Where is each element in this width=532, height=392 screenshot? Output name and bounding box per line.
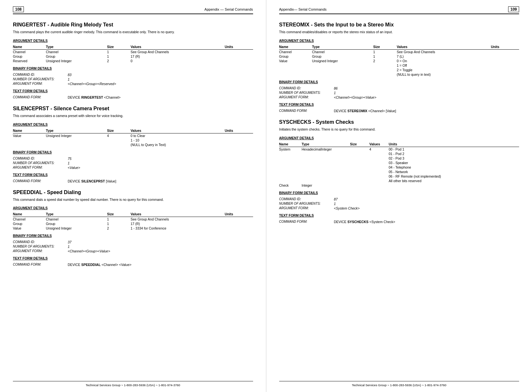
col-units: Units [225, 44, 253, 50]
ringertest-text-label: TEXT FORM DETAILS [13, 89, 253, 93]
section-speeddial: SPEEDDIAL - Speed Dialing This command d… [13, 190, 253, 267]
col-name: Name [279, 142, 302, 147]
ringertest-text-form: COMMAND FORM: DEVICE RINGERTEST <Channel… [13, 95, 253, 99]
syschecks-arg-table: Name Type Size Values Units SystemHexade… [279, 142, 519, 188]
binary-row: ARGUMENT FORM: <Channel><Group><Value> [13, 249, 253, 253]
col-type: Type [46, 44, 107, 50]
table-row: All other bits reserved [279, 179, 519, 183]
silenceprst-title: SILENCEPRST - Silence Camera Preset [13, 106, 253, 112]
binary-row: NUMBER OF ARGUMENTS: 1 [279, 202, 519, 206]
col-units: Units [225, 128, 253, 133]
binary-row: ARGUMENT FORM: <System Check> [279, 206, 519, 210]
ringertest-desc: This command plays the current audible r… [13, 30, 253, 35]
table-row: 1 - 10 [13, 138, 253, 142]
page-container: 108 Appendix — Serial Commands RINGERTES… [0, 0, 532, 392]
table-row: 02 - Pod 3 [279, 156, 519, 161]
col-size: Size [373, 44, 397, 50]
ringertest-arg-label: ARGUMENT DETAILS [13, 39, 253, 43]
syschecks-binary: COMMAND ID: 87 NUMBER OF ARGUMENTS: 1 AR… [279, 197, 519, 210]
table-row: GroupGroup117 (R) [13, 221, 253, 226]
right-footer: Technical Services Group ~ 1-800-283-593… [279, 381, 519, 387]
table-row: 2 = Toggle [279, 68, 519, 72]
speeddial-text-form: COMMAND FORM: DEVICE SPEEDDIAL <Channel>… [13, 263, 253, 267]
ringertest-binary-label: BINARY FORM DETAILS [13, 66, 253, 70]
table-row: 04 - Telephone [279, 165, 519, 170]
binary-row: ARGUMENT FORM: <Channel><Group><Reserved… [13, 82, 253, 86]
table-row: 1 = Off [279, 63, 519, 68]
table-row: (NULL to Query in Text) [13, 142, 253, 147]
col-type: Type [46, 212, 107, 217]
syschecks-title: SYSCHECKS - System Checks [279, 119, 519, 125]
col-name: Name [13, 212, 46, 217]
binary-row: ARGUMENT FORM: <Value> [13, 166, 253, 170]
command-row: COMMAND FORM: DEVICE SPEEDDIAL <Channel>… [13, 263, 253, 267]
silenceprst-desc: This command associates a camera preset … [13, 113, 253, 119]
table-row: ValueUnsigned Integer20 = On [279, 59, 519, 63]
binary-row: NUMBER OF ARGUMENTS: 1 [13, 77, 253, 81]
page-right: Appendix— Serial Commands 109 STEREOMIX … [266, 0, 532, 392]
left-page-header: 108 Appendix — Serial Commands [13, 6, 253, 14]
silenceprst-text-label: TEXT FORM DETAILS [13, 173, 253, 177]
table-row: ValueUnsigned Integer40 to Clear [13, 133, 253, 138]
col-size: Size [107, 212, 131, 217]
stereomix-arg-label: ARGUMENT DETAILS [279, 39, 519, 43]
speeddial-desc: This command dials a speed dial number b… [13, 197, 253, 202]
col-size: Size [107, 128, 131, 133]
syschecks-arg-label: ARGUMENT DETAILS [279, 136, 519, 140]
silenceprst-binary: COMMAND ID: 75 NUMBER OF ARGUMENTS: 1 AR… [13, 157, 253, 170]
binary-row: COMMAND ID: 87 [279, 197, 519, 201]
silenceprst-binary-label: BINARY FORM DETAILS [13, 150, 253, 154]
speeddial-binary-label: BINARY FORM DETAILS [13, 234, 253, 238]
col-type: Type [312, 44, 373, 50]
col-name: Name [13, 128, 46, 133]
table-row: GroupGroup117 (R) [13, 54, 253, 59]
table-row: 06 - RF Remote (not implemented) [279, 174, 519, 179]
col-size: Size [350, 142, 369, 147]
syschecks-text-form: COMMAND FORM: DEVICE SYSCHECKS <System C… [279, 220, 519, 224]
command-row: COMMAND FORM: DEVICE SYSCHECKS <System C… [279, 220, 519, 224]
syschecks-binary-label: BINARY FORM DETAILS [279, 191, 519, 195]
command-row: COMMAND FORM: DEVICE SILENCEPRST [Value] [13, 179, 253, 183]
table-row: (NULL to query in text) [279, 72, 519, 77]
right-page-num: 109 [508, 6, 519, 12]
table-row: 03 - Speaker [279, 161, 519, 165]
col-units: Units [491, 44, 519, 50]
table-row: 01 - Pod 2 [279, 152, 519, 156]
speeddial-text-label: TEXT FORM DETAILS [13, 256, 253, 260]
section-stereomix: STEREOMIX - Sets the Input to be a Stere… [279, 22, 519, 113]
stereomix-text-form: COMMAND FORM: DEVICE STEREOMIX <Channel>… [279, 109, 519, 113]
col-values: Values [369, 142, 389, 147]
table-row: CheckInteger [279, 183, 519, 188]
col-values: Values [131, 128, 225, 133]
stereomix-binary-label: BINARY FORM DETAILS [279, 80, 519, 84]
left-page-num: 108 [13, 6, 24, 12]
silenceprst-text-form: COMMAND FORM: DEVICE SILENCEPRST [Value] [13, 179, 253, 183]
table-row: ReservedUnsigned Integer20 [13, 59, 253, 63]
syschecks-text-label: TEXT FORM DETAILS [279, 213, 519, 217]
binary-row: COMMAND ID: 86 [279, 86, 519, 90]
stereomix-title: STEREOMIX - Sets the Input to be a Stere… [279, 22, 519, 28]
stereomix-desc: This command enables/disables or reports… [279, 30, 519, 35]
table-row: ChannelChannel1See Group And Channels [279, 49, 519, 54]
command-row: COMMAND FORM: DEVICE STEREOMIX <Channel>… [279, 109, 519, 113]
table-row: ChannelChannel1See Group And Channels [13, 217, 253, 222]
binary-row: NUMBER OF ARGUMENTS: 1 [13, 245, 253, 249]
speeddial-arg-table: Name Type Size Values Units ChannelChann… [13, 212, 253, 230]
table-row: ValueUnsigned Integer21 - 3334 for Confe… [13, 226, 253, 230]
speeddial-title: SPEEDDIAL - Speed Dialing [13, 190, 253, 195]
table-row: 05 - Network [279, 170, 519, 174]
page-left: 108 Appendix — Serial Commands RINGERTES… [0, 0, 266, 392]
table-row: GroupGroup17 (L) [279, 54, 519, 59]
col-values: Values [397, 44, 491, 50]
binary-row: COMMAND ID: 75 [13, 157, 253, 161]
col-type: Type [46, 128, 107, 133]
table-row: SystemHexadecimalInteger400 - Pod 1 [279, 147, 519, 152]
col-type: Type [302, 142, 350, 147]
syschecks-desc: Initiates the system checks. There is no… [279, 127, 519, 132]
col-units: Units [389, 142, 519, 147]
col-values: Values [131, 212, 225, 217]
stereomix-text-label: TEXT FORM DETAILS [279, 103, 519, 106]
col-name: Name [279, 44, 312, 50]
binary-row: COMMAND ID: 83 [13, 73, 253, 77]
section-syschecks: SYSCHECKS - System Checks Initiates the … [279, 119, 519, 224]
